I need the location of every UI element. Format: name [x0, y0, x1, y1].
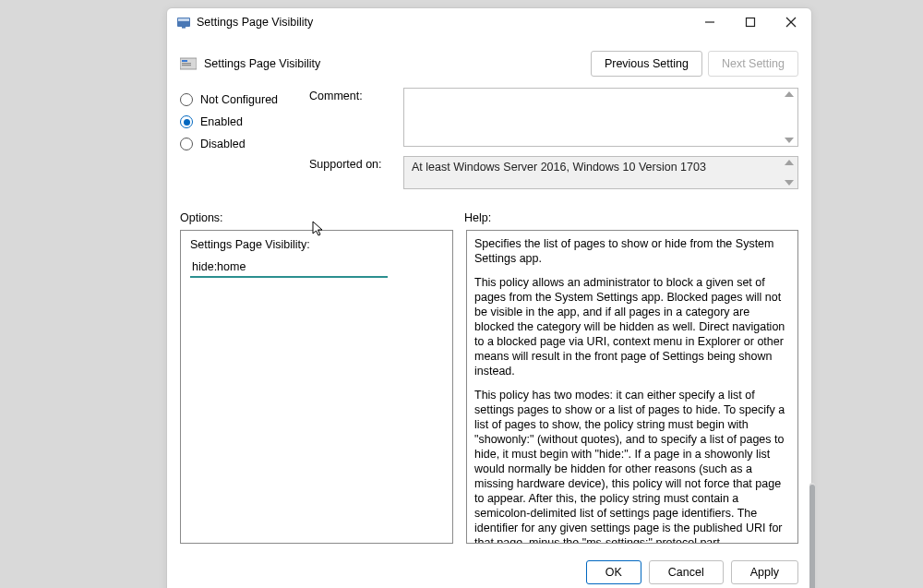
comment-label: Comment:	[309, 88, 403, 147]
svg-rect-9	[182, 63, 191, 64]
radio-label: Not Configured	[200, 93, 278, 106]
radio-icon	[180, 115, 193, 128]
app-icon	[176, 15, 191, 30]
supported-on-value: At least Windows Server 2016, Windows 10…	[412, 161, 706, 174]
help-scrollbar[interactable]	[809, 483, 815, 588]
options-field-label: Settings Page Visibility:	[190, 238, 443, 251]
policy-title: Settings Page Visibility	[204, 57, 320, 70]
scroll-down-icon	[785, 180, 794, 186]
radio-not-configured[interactable]: Not Configured	[180, 93, 309, 106]
scroll-down-icon	[785, 138, 794, 143]
radio-label: Disabled	[200, 138, 246, 150]
svg-rect-4	[747, 18, 755, 26]
scroll-up-icon	[785, 91, 794, 97]
options-section-label: Options:	[180, 211, 464, 224]
help-paragraph: This policy has two modes: it can either…	[474, 388, 790, 544]
policy-icon	[180, 56, 197, 71]
policy-dialog: Settings Page Visibility Settings Page V…	[166, 7, 812, 588]
svg-rect-1	[178, 18, 189, 21]
scroll-thumb	[809, 485, 815, 588]
help-section-label: Help:	[464, 211, 491, 224]
svg-rect-2	[182, 27, 186, 29]
visibility-input[interactable]	[190, 258, 388, 278]
ok-button[interactable]: OK	[586, 560, 641, 584]
radio-enabled[interactable]: Enabled	[180, 115, 309, 128]
titlebar: Settings Page Visibility	[167, 8, 811, 36]
radio-label: Enabled	[200, 115, 243, 128]
comment-textarea[interactable]	[403, 88, 798, 147]
cancel-button[interactable]: Cancel	[649, 560, 724, 584]
previous-setting-button[interactable]: Previous Setting	[591, 51, 702, 77]
apply-button[interactable]: Apply	[731, 560, 798, 584]
radio-icon	[180, 93, 193, 106]
svg-rect-10	[182, 65, 191, 66]
supported-on-box: At least Windows Server 2016, Windows 10…	[403, 156, 798, 189]
state-radios: Not Configured Enabled Disabled	[180, 88, 309, 195]
radio-icon	[180, 138, 193, 150]
header: Settings Page Visibility Previous Settin…	[167, 36, 811, 86]
scroll-up-icon	[785, 160, 794, 165]
close-button[interactable]	[771, 8, 811, 36]
maximize-button[interactable]	[730, 8, 771, 36]
minimize-button[interactable]	[689, 8, 730, 36]
options-pane: Settings Page Visibility:	[180, 230, 453, 544]
window-title: Settings Page Visibility	[197, 16, 313, 29]
scrollbar[interactable]	[781, 89, 797, 146]
help-paragraph: This policy allows an administrator to b…	[474, 275, 790, 378]
supported-on-label: Supported on:	[309, 156, 403, 189]
help-pane: Specifies the list of pages to show or h…	[466, 230, 798, 544]
next-setting-button: Next Setting	[708, 51, 798, 77]
svg-rect-8	[182, 60, 187, 62]
help-paragraph: Specifies the list of pages to show or h…	[474, 236, 790, 266]
radio-disabled[interactable]: Disabled	[180, 138, 309, 150]
scrollbar[interactable]	[781, 157, 797, 188]
